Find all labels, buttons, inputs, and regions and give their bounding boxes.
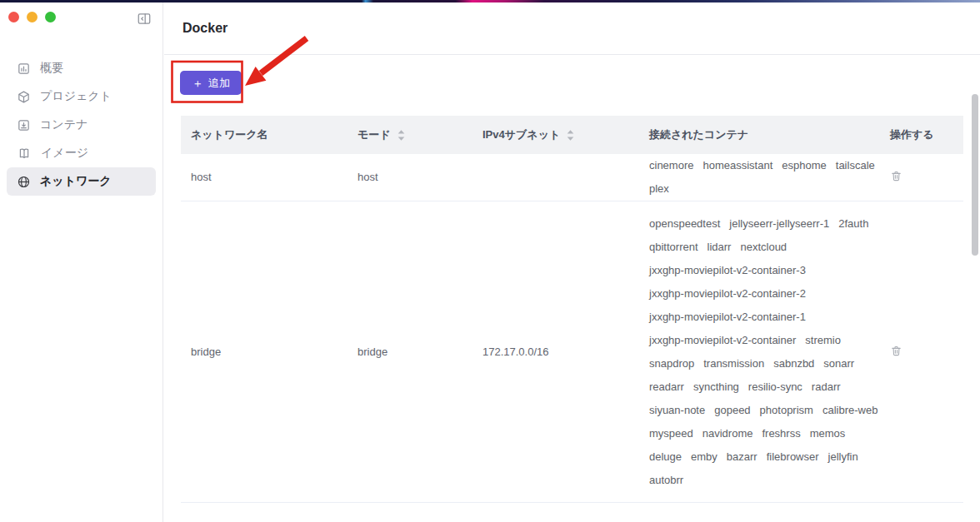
container-name: emby bbox=[691, 445, 718, 469]
container-name: esphome bbox=[782, 154, 826, 177]
overview-icon bbox=[17, 62, 31, 76]
sort-carets-icon[interactable] bbox=[397, 129, 406, 142]
container-name: 2fauth bbox=[838, 212, 868, 236]
sidebar-collapse-icon[interactable] bbox=[136, 11, 152, 30]
toolbar: ＋ 追加 bbox=[164, 55, 980, 116]
networks-table: ネットワーク名 モード IPv4サブネット 接続されたコンテナ 操作する hos… bbox=[181, 116, 963, 503]
cell-mode: host bbox=[348, 169, 472, 186]
sort-carets-icon[interactable] bbox=[566, 129, 575, 142]
container-name: sonarr bbox=[823, 352, 854, 375]
delete-network-button[interactable] bbox=[890, 345, 902, 360]
container-name: memos bbox=[810, 422, 846, 445]
container-name: jellyseerr-jellyseerr-1 bbox=[729, 212, 829, 236]
container-name: autobrr bbox=[649, 469, 683, 492]
container-name: tailscale bbox=[836, 154, 875, 177]
cell-containers: cinemorehomeassistantesphometailscaleple… bbox=[639, 154, 880, 201]
column-header-actions[interactable]: 操作する bbox=[880, 127, 963, 142]
cell-containers: openspeedtestjellyseerr-jellyseerr-12fau… bbox=[639, 212, 880, 492]
container-name: bazarr bbox=[727, 445, 758, 469]
cell-network-name: bridge bbox=[181, 344, 348, 360]
container-name: filebrowser bbox=[767, 445, 819, 469]
container-name: jxxghp-moviepilot-v2-container bbox=[649, 329, 796, 352]
sidebar-item-overview[interactable]: 概要 bbox=[7, 54, 156, 82]
table-header-row: ネットワーク名 モード IPv4サブネット 接続されたコンテナ 操作する bbox=[181, 116, 963, 154]
main-content: Docker ＋ 追加 ネットワーク名 モード IPv4サブネット 接続されたコ… bbox=[164, 2, 980, 522]
page-header: Docker bbox=[164, 2, 980, 55]
sidebar-nav: 概要 プロジェクト コンテナ イメージ ネットワーク bbox=[0, 54, 162, 196]
container-name: stremio bbox=[805, 329, 841, 352]
container-name: snapdrop bbox=[649, 352, 694, 375]
container-name: plex bbox=[649, 177, 669, 201]
cell-actions bbox=[880, 170, 963, 185]
container-name: siyuan-note bbox=[649, 399, 705, 422]
container-name: readarr bbox=[649, 375, 684, 399]
cell-actions bbox=[880, 345, 963, 360]
sidebar-item-containers[interactable]: コンテナ bbox=[7, 111, 156, 139]
container-name: sabnzbd bbox=[773, 352, 814, 375]
container-name: jxxghp-moviepilot-v2-container-2 bbox=[649, 282, 806, 306]
container-name: photoprism bbox=[760, 399, 813, 422]
sidebar-item-projects[interactable]: プロジェクト bbox=[7, 82, 156, 111]
container-name: jxxghp-moviepilot-v2-container-1 bbox=[649, 306, 806, 329]
container-name: jellyfin bbox=[828, 445, 858, 469]
window-controls bbox=[8, 12, 56, 22]
trash-icon bbox=[890, 170, 902, 185]
network-icon bbox=[17, 175, 31, 189]
container-name: qbittorrent bbox=[649, 236, 698, 259]
container-name: nextcloud bbox=[740, 236, 787, 259]
table-row: bridge bridge 172.17.0.0/16 openspeedtes… bbox=[181, 201, 963, 503]
trash-icon bbox=[890, 345, 902, 360]
maximize-window-button[interactable] bbox=[45, 12, 56, 22]
scrollbar-thumb[interactable] bbox=[972, 94, 978, 256]
container-name: lidarr bbox=[708, 236, 732, 259]
add-network-button[interactable]: ＋ 追加 bbox=[180, 71, 242, 95]
close-window-button[interactable] bbox=[8, 12, 19, 22]
sidebar-top bbox=[0, 2, 162, 40]
container-name: freshrss bbox=[762, 422, 800, 445]
container-name: deluge bbox=[649, 445, 682, 469]
table-body: host host cinemorehomeassistantesphometa… bbox=[181, 154, 963, 503]
column-header-subnet[interactable]: IPv4サブネット bbox=[472, 127, 639, 142]
sidebar-item-images[interactable]: イメージ bbox=[7, 139, 156, 167]
column-header-containers[interactable]: 接続されたコンテナ bbox=[639, 127, 880, 142]
page-title: Docker bbox=[182, 21, 228, 36]
column-header-mode[interactable]: モード bbox=[348, 127, 472, 142]
container-name: myspeed bbox=[649, 422, 693, 445]
container-name: syncthing bbox=[693, 375, 739, 399]
cell-network-name: host bbox=[181, 169, 348, 186]
add-button-label: 追加 bbox=[208, 76, 230, 91]
plus-icon: ＋ bbox=[192, 77, 203, 89]
cell-subnet: 172.17.0.0/16 bbox=[472, 344, 639, 360]
container-name: resilio-sync bbox=[748, 375, 802, 399]
container-name: gopeed bbox=[714, 399, 750, 422]
cell-mode: bridge bbox=[348, 344, 472, 360]
container-name: jxxghp-moviepilot-v2-container-3 bbox=[649, 259, 806, 282]
container-name: navidrome bbox=[702, 422, 753, 445]
container-name: homeassistant bbox=[702, 154, 772, 177]
sidebar-item-networks[interactable]: ネットワーク bbox=[7, 167, 156, 196]
table-row: host host cinemorehomeassistantesphometa… bbox=[181, 154, 963, 201]
container-name: openspeedtest bbox=[649, 212, 720, 236]
delete-network-button[interactable] bbox=[890, 170, 902, 185]
minimize-window-button[interactable] bbox=[27, 12, 38, 22]
container-name: cinemore bbox=[649, 154, 693, 177]
container-name: calibre-web bbox=[822, 399, 878, 422]
container-name: radarr bbox=[812, 375, 841, 399]
projects-icon bbox=[17, 90, 31, 104]
column-header-name[interactable]: ネットワーク名 bbox=[181, 127, 348, 142]
container-name: transmission bbox=[703, 352, 764, 375]
images-icon bbox=[17, 147, 32, 161]
containers-icon bbox=[17, 118, 31, 132]
sidebar: 概要 プロジェクト コンテナ イメージ ネットワーク bbox=[0, 2, 163, 522]
